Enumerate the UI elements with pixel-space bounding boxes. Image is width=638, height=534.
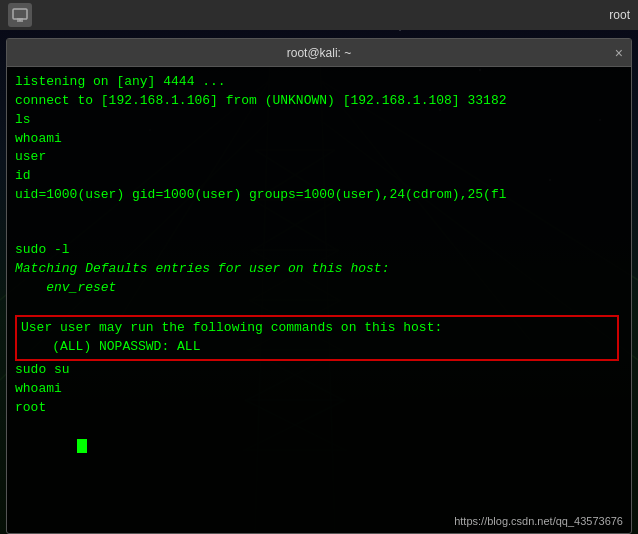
terminal-titlebar: root@kali: ~ ×	[7, 39, 631, 67]
terminal-line-3: ls	[15, 111, 623, 130]
terminal-cursor-line	[15, 418, 623, 475]
terminal-line-4: whoami	[15, 130, 623, 149]
terminal-line-13: root	[15, 399, 623, 418]
current-user-label: root	[609, 8, 630, 22]
empty-line-1	[15, 205, 623, 223]
terminal-line-11: sudo su	[15, 361, 623, 380]
terminal-line-12: whoami	[15, 380, 623, 399]
terminal-cursor	[77, 439, 87, 453]
terminal-window: root@kali: ~ × listening on [any] 4444 .…	[6, 38, 632, 534]
desktop: root root@kali: ~ × listening on [any] 4…	[0, 0, 638, 534]
empty-line-2	[15, 223, 623, 241]
empty-line-3	[15, 297, 623, 315]
terminal-line-2: connect to [192.168.1.106] from (UNKNOWN…	[15, 92, 623, 111]
terminal-highlighted-line-2: (ALL) NOPASSWD: ALL	[21, 338, 613, 357]
terminal-line-8: sudo -l	[15, 241, 623, 260]
svg-rect-41	[13, 9, 27, 19]
terminal-line-10: env_reset	[15, 279, 623, 298]
system-icon	[8, 3, 32, 27]
highlighted-sudo-box: User user may run the following commands…	[15, 315, 619, 361]
terminal-close-button[interactable]: ×	[615, 45, 623, 61]
terminal-line-6: id	[15, 167, 623, 186]
watermark-text: https://blog.csdn.net/qq_43573676	[454, 515, 623, 527]
terminal-line-9: Matching Defaults entries for user on th…	[15, 260, 623, 279]
terminal-line-7: uid=1000(user) gid=1000(user) groups=100…	[15, 186, 623, 205]
terminal-title: root@kali: ~	[287, 46, 352, 60]
terminal-highlighted-line-1: User user may run the following commands…	[21, 319, 613, 338]
terminal-body: listening on [any] 4444 ... connect to […	[7, 67, 631, 533]
system-topbar: root	[0, 0, 638, 30]
terminal-line-5: user	[15, 148, 623, 167]
terminal-line-1: listening on [any] 4444 ...	[15, 73, 623, 92]
